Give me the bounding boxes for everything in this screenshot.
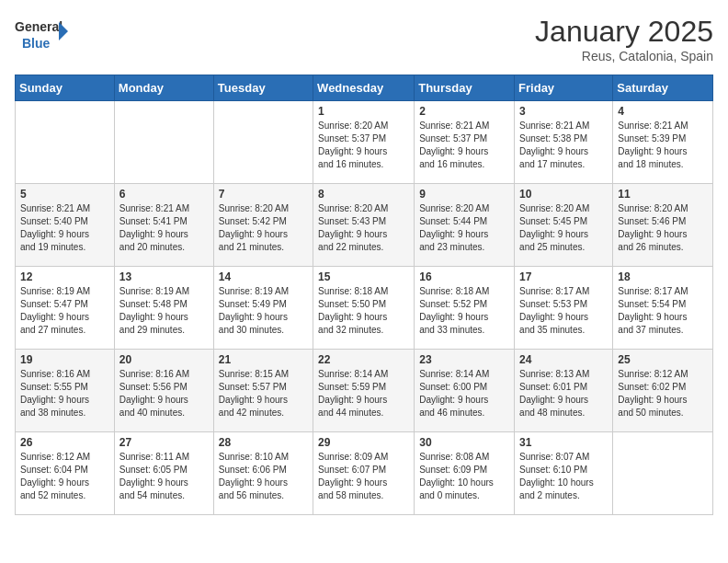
calendar-cell: 5Sunrise: 8:21 AM Sunset: 5:40 PM Daylig… [16,184,115,267]
day-number: 13 [119,270,209,283]
weekday-header-saturday: Saturday [613,75,713,101]
weekday-header-sunday: Sunday [16,75,115,101]
day-number: 16 [419,270,509,283]
logo: GeneralBlue [15,15,70,52]
day-info: Sunrise: 8:20 AM Sunset: 5:44 PM Dayligh… [419,202,509,254]
month-title: January 2025 [535,15,713,49]
day-info: Sunrise: 8:07 AM Sunset: 6:10 PM Dayligh… [519,451,608,502]
day-info: Sunrise: 8:16 AM Sunset: 5:55 PM Dayligh… [20,368,109,419]
day-number: 2 [419,105,509,118]
weekday-header-wednesday: Wednesday [313,75,415,101]
day-number: 14 [219,270,308,283]
day-info: Sunrise: 8:21 AM Sunset: 5:39 PM Dayligh… [618,120,708,171]
day-number: 7 [219,188,308,201]
day-number: 30 [419,436,509,449]
calendar-cell [213,101,313,184]
day-info: Sunrise: 8:17 AM Sunset: 5:54 PM Dayligh… [618,285,708,337]
day-info: Sunrise: 8:14 AM Sunset: 6:00 PM Dayligh… [419,368,509,419]
day-number: 10 [519,188,608,201]
calendar-cell: 30Sunrise: 8:08 AM Sunset: 6:09 PM Dayli… [415,432,515,515]
logo-svg: GeneralBlue [15,15,70,52]
calendar-cell: 26Sunrise: 8:12 AM Sunset: 6:04 PM Dayli… [16,432,115,515]
day-number: 26 [20,436,109,449]
day-number: 25 [618,353,708,366]
day-number: 27 [119,436,209,449]
weekday-header-thursday: Thursday [415,75,515,101]
day-number: 6 [119,188,209,201]
day-info: Sunrise: 8:18 AM Sunset: 5:50 PM Dayligh… [318,285,409,337]
svg-marker-1 [59,22,68,40]
day-info: Sunrise: 8:19 AM Sunset: 5:48 PM Dayligh… [119,285,209,337]
day-info: Sunrise: 8:14 AM Sunset: 5:59 PM Dayligh… [318,368,409,419]
day-info: Sunrise: 8:18 AM Sunset: 5:52 PM Dayligh… [419,285,509,337]
day-info: Sunrise: 8:21 AM Sunset: 5:40 PM Dayligh… [20,202,109,254]
day-number: 9 [419,188,509,201]
weekday-header-friday: Friday [515,75,613,101]
day-info: Sunrise: 8:16 AM Sunset: 5:56 PM Dayligh… [119,368,209,419]
day-number: 28 [219,436,308,449]
calendar-cell: 1Sunrise: 8:20 AM Sunset: 5:37 PM Daylig… [313,101,415,184]
calendar-cell: 19Sunrise: 8:16 AM Sunset: 5:55 PM Dayli… [16,350,115,432]
day-number: 31 [519,436,608,449]
calendar-cell [613,432,713,515]
calendar-cell: 9Sunrise: 8:20 AM Sunset: 5:44 PM Daylig… [415,184,515,267]
day-number: 29 [318,436,409,449]
weekday-header-tuesday: Tuesday [213,75,313,101]
day-number: 15 [318,270,409,283]
day-number: 3 [519,105,608,118]
day-number: 22 [318,353,409,366]
day-info: Sunrise: 8:21 AM Sunset: 5:37 PM Dayligh… [419,120,509,171]
title-block: January 2025 Reus, Catalonia, Spain [535,15,713,63]
calendar-cell: 3Sunrise: 8:21 AM Sunset: 5:38 PM Daylig… [515,101,613,184]
calendar-cell: 29Sunrise: 8:09 AM Sunset: 6:07 PM Dayli… [313,432,415,515]
calendar-cell: 27Sunrise: 8:11 AM Sunset: 6:05 PM Dayli… [114,432,213,515]
calendar-cell: 20Sunrise: 8:16 AM Sunset: 5:56 PM Dayli… [114,350,213,432]
day-number: 21 [219,353,308,366]
calendar-cell: 10Sunrise: 8:20 AM Sunset: 5:45 PM Dayli… [515,184,613,267]
weekday-header-row: SundayMondayTuesdayWednesdayThursdayFrid… [16,75,713,101]
day-info: Sunrise: 8:21 AM Sunset: 5:38 PM Dayligh… [519,120,608,171]
weekday-header-monday: Monday [114,75,213,101]
calendar-cell: 14Sunrise: 8:19 AM Sunset: 5:49 PM Dayli… [213,267,313,350]
calendar-cell: 17Sunrise: 8:17 AM Sunset: 5:53 PM Dayli… [515,267,613,350]
day-info: Sunrise: 8:21 AM Sunset: 5:41 PM Dayligh… [119,202,209,254]
calendar-cell [16,101,115,184]
calendar-cell: 28Sunrise: 8:10 AM Sunset: 6:06 PM Dayli… [213,432,313,515]
day-info: Sunrise: 8:09 AM Sunset: 6:07 PM Dayligh… [318,451,409,502]
calendar-cell: 13Sunrise: 8:19 AM Sunset: 5:48 PM Dayli… [114,267,213,350]
day-info: Sunrise: 8:20 AM Sunset: 5:42 PM Dayligh… [219,202,308,254]
page-header: GeneralBlue January 2025 Reus, Catalonia… [15,15,713,63]
svg-text:Blue: Blue [22,36,51,51]
calendar-cell: 22Sunrise: 8:14 AM Sunset: 5:59 PM Dayli… [313,350,415,432]
day-info: Sunrise: 8:12 AM Sunset: 6:04 PM Dayligh… [20,451,109,502]
svg-text:General: General [15,19,63,34]
day-info: Sunrise: 8:20 AM Sunset: 5:37 PM Dayligh… [318,120,409,171]
calendar-cell: 24Sunrise: 8:13 AM Sunset: 6:01 PM Dayli… [515,350,613,432]
day-number: 12 [20,270,109,283]
calendar-cell: 23Sunrise: 8:14 AM Sunset: 6:00 PM Dayli… [415,350,515,432]
calendar-cell: 15Sunrise: 8:18 AM Sunset: 5:50 PM Dayli… [313,267,415,350]
week-row-3: 12Sunrise: 8:19 AM Sunset: 5:47 PM Dayli… [16,267,713,350]
week-row-1: 1Sunrise: 8:20 AM Sunset: 5:37 PM Daylig… [16,101,713,184]
day-number: 5 [20,188,109,201]
day-number: 4 [618,105,708,118]
day-number: 24 [519,353,608,366]
day-number: 17 [519,270,608,283]
calendar-cell: 6Sunrise: 8:21 AM Sunset: 5:41 PM Daylig… [114,184,213,267]
day-info: Sunrise: 8:19 AM Sunset: 5:49 PM Dayligh… [219,285,308,337]
day-info: Sunrise: 8:20 AM Sunset: 5:46 PM Dayligh… [618,202,708,254]
day-info: Sunrise: 8:15 AM Sunset: 5:57 PM Dayligh… [219,368,308,419]
day-info: Sunrise: 8:20 AM Sunset: 5:45 PM Dayligh… [519,202,608,254]
day-number: 23 [419,353,509,366]
calendar-cell: 4Sunrise: 8:21 AM Sunset: 5:39 PM Daylig… [613,101,713,184]
calendar-cell: 31Sunrise: 8:07 AM Sunset: 6:10 PM Dayli… [515,432,613,515]
calendar-cell: 11Sunrise: 8:20 AM Sunset: 5:46 PM Dayli… [613,184,713,267]
calendar-cell: 16Sunrise: 8:18 AM Sunset: 5:52 PM Dayli… [415,267,515,350]
calendar-cell: 18Sunrise: 8:17 AM Sunset: 5:54 PM Dayli… [613,267,713,350]
calendar-cell: 8Sunrise: 8:20 AM Sunset: 5:43 PM Daylig… [313,184,415,267]
day-info: Sunrise: 8:17 AM Sunset: 5:53 PM Dayligh… [519,285,608,337]
day-number: 1 [318,105,409,118]
day-info: Sunrise: 8:12 AM Sunset: 6:02 PM Dayligh… [618,368,708,419]
location-title: Reus, Catalonia, Spain [535,49,713,63]
day-number: 19 [20,353,109,366]
